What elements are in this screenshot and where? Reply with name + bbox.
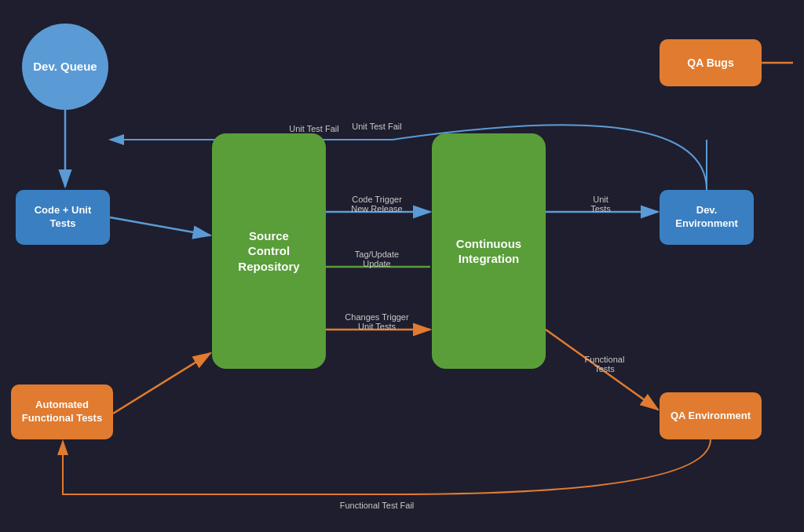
new-release-label: New Release <box>351 204 402 213</box>
tag-update-label: Tag/Update <box>355 250 399 259</box>
dev-environment-node: Dev.Environment <box>660 190 754 245</box>
unit-tests-label: Unit <box>593 195 608 204</box>
unit-tests-label2: Tests <box>590 204 611 213</box>
functional-test-fail-label: Functional Test Fail <box>340 501 415 510</box>
unit-test-fail-text: Unit Test Fail <box>352 122 401 131</box>
code-unit-tests-node: Code + UnitTests <box>16 190 110 245</box>
svg-line-11 <box>113 353 210 414</box>
functional-tests-label2: Tests <box>594 364 615 373</box>
auto-func-tests-node: AutomatedFunctional Tests <box>11 384 113 439</box>
continuous-integration-node: ContinuousIntegration <box>432 133 546 369</box>
source-control-node: SourceControlRepository <box>212 133 326 369</box>
functional-tests-label: Functional <box>585 355 625 364</box>
changes-trigger-label: Changes Trigger <box>345 312 409 322</box>
update-label: Update <box>363 259 390 268</box>
dev-queue-node: Dev. Queue <box>22 24 108 110</box>
unit-tests-ci-label: Unit Tests <box>358 322 397 331</box>
unit-test-fail-label: Unit Test Fail <box>289 124 338 133</box>
diagram-container: Unit Test Fail Unit Test Fail Code Trigg… <box>0 0 804 532</box>
qa-environment-node: QA Environment <box>660 392 762 439</box>
qa-bugs-node: QA Bugs <box>660 39 762 86</box>
svg-line-7 <box>110 217 210 235</box>
code-trigger-label: Code Trigger <box>352 195 402 204</box>
